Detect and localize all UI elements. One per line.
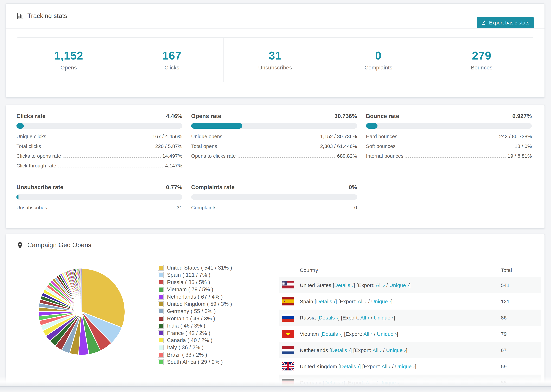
- legend-label: India ( 46 / 3% ): [167, 323, 205, 329]
- export-unique-link[interactable]: Unique ›: [371, 299, 391, 304]
- rate-row-value: 14.497%: [162, 153, 182, 159]
- stat-value: 167: [162, 49, 182, 62]
- legend-item: India ( 46 / 3% ): [158, 323, 232, 329]
- export-prefix-text: ] [Export:: [335, 299, 358, 304]
- slash-text: /: [385, 282, 389, 288]
- country-name-text: United States [: [300, 282, 334, 288]
- bracket-close-text: ]: [397, 331, 398, 337]
- viewport-fold-band: [0, 386, 551, 392]
- export-all-link[interactable]: All ›: [363, 331, 373, 337]
- slash-text: /: [381, 347, 386, 353]
- export-unique-link[interactable]: Unique ›: [377, 331, 397, 337]
- rate-row-value: 0: [354, 205, 357, 210]
- export-basic-stats-button[interactable]: Export basic stats: [477, 17, 534, 28]
- rate-title: Bounce rate: [366, 113, 399, 119]
- legend-label: Romania ( 49 / 3% ): [167, 315, 215, 322]
- legend-swatch: [158, 280, 164, 285]
- legend-swatch: [158, 338, 164, 343]
- es-flag-icon: [282, 297, 294, 305]
- progress-bar-fill: [16, 123, 24, 129]
- tracking-stats-card: Tracking stats Export basic stats 1,152O…: [6, 3, 545, 98]
- stat-label: Bounces: [471, 64, 493, 71]
- export-prefix-text: ] [Export:: [353, 282, 376, 288]
- column-header-total: Total: [501, 267, 541, 273]
- column-header-country: Country: [300, 267, 501, 273]
- legend-label: Russia ( 86 / 5% ): [167, 279, 210, 286]
- export-unique-link[interactable]: Unique ›: [395, 364, 415, 369]
- rate-row-label: Opens to clicks rate: [191, 153, 236, 159]
- stat-box-opens: 1,152Opens: [17, 38, 120, 82]
- dotted-leader: [398, 147, 513, 148]
- country-cell: Spain [Details ›] [Export: All › / Uniqu…: [300, 299, 501, 304]
- dotted-leader: [219, 147, 318, 148]
- slash-text: /: [373, 331, 377, 337]
- total-cell: 67: [501, 347, 541, 353]
- country-cell: Russia [Details ›] [Export: All › / Uniq…: [300, 315, 501, 321]
- export-unique-link[interactable]: Unique ›: [389, 282, 409, 288]
- legend-label: Italy ( 36 / 2% ): [167, 344, 204, 351]
- total-cell: 59: [501, 364, 541, 369]
- legend-item: Netherlands ( 67 / 4% ): [158, 294, 232, 300]
- rate-row-value: 2,303 / 61.446%: [320, 143, 357, 149]
- details-link[interactable]: Details ›: [340, 364, 359, 369]
- dotted-leader: [225, 138, 318, 138]
- dotted-leader: [219, 209, 353, 209]
- details-link[interactable]: Details ›: [334, 282, 353, 288]
- legend-swatch: [158, 323, 164, 329]
- rate-value: 4.46%: [166, 113, 182, 119]
- export-all-link[interactable]: All ›: [360, 315, 369, 321]
- rate-row-label: Clicks to opens rate: [16, 153, 61, 159]
- country-name-text: United Kingdom [: [300, 364, 340, 369]
- export-unique-link[interactable]: Unique ›: [386, 347, 406, 353]
- legend-label: South Africa ( 29 / 2% ): [167, 359, 223, 365]
- total-cell: 121: [501, 299, 541, 304]
- slash-text: /: [391, 364, 395, 369]
- rate-stat-row: Total opens2,303 / 61.446%: [191, 143, 357, 153]
- campaign-geo-opens-card: Campaign Geo Opens United States ( 541 /…: [6, 234, 545, 392]
- export-prefix-text: ] [Export:: [350, 347, 373, 353]
- details-link[interactable]: Details ›: [322, 331, 341, 337]
- rate-stat-row: Clicks to opens rate14.497%: [16, 153, 182, 163]
- rate-title: Complaints rate: [191, 184, 235, 190]
- details-link[interactable]: Details ›: [319, 315, 338, 321]
- rates-grid: Clicks rate4.46%Unique clicks167 / 4.456…: [6, 105, 544, 215]
- export-all-link[interactable]: All ›: [381, 364, 391, 369]
- details-link[interactable]: Details ›: [316, 299, 336, 304]
- legend-swatch: [158, 359, 164, 365]
- rate-row-value: 18 / 0%: [515, 143, 532, 149]
- rate-value: 30.736%: [334, 113, 357, 119]
- rate-title: Clicks rate: [16, 113, 46, 119]
- rate-row-label: Complaints: [191, 205, 216, 210]
- progress-bar-fill: [366, 123, 377, 129]
- page-title: Tracking stats: [27, 12, 67, 20]
- geo-card-title: Campaign Geo Opens: [27, 241, 91, 249]
- details-link[interactable]: Details ›: [331, 347, 350, 353]
- legend-item: South Africa ( 29 / 2% ): [158, 359, 232, 365]
- dotted-leader: [43, 147, 154, 148]
- rate-row-label: Click through rate: [16, 163, 56, 169]
- export-button-label: Export basic stats: [489, 20, 530, 26]
- stat-box-clicks: 167Clicks: [120, 38, 224, 82]
- rate-row-value: 31: [177, 205, 182, 210]
- legend-item: Brazil ( 33 / 2% ): [158, 352, 232, 358]
- export-all-link[interactable]: All ›: [376, 282, 385, 288]
- legend-item: Germany ( 55 / 3% ): [158, 308, 232, 314]
- bracket-close-text: ]: [409, 282, 411, 288]
- bracket-close-text: ]: [406, 347, 407, 353]
- summary-stats-row: 1,152Opens167Clicks31Unsubscribes0Compla…: [17, 37, 533, 82]
- stat-box-bounces: 279Bounces: [430, 38, 533, 82]
- country-name-text: Netherlands [: [300, 347, 331, 353]
- legend-item: Vietnam ( 79 / 5% ): [158, 287, 232, 293]
- export-all-link[interactable]: All ›: [358, 299, 367, 304]
- rate-row-label: Total clicks: [16, 143, 41, 149]
- export-all-link[interactable]: All ›: [373, 347, 381, 353]
- progress-bar: [366, 123, 532, 129]
- country-cell: Vietnam [Details ›] [Export: All › / Uni…: [300, 331, 501, 337]
- dotted-leader: [238, 157, 335, 158]
- legend-swatch: [158, 301, 164, 307]
- rate-section-complaints-rate: Complaints rate0%Complaints0: [191, 184, 357, 215]
- rate-value: 0.77%: [166, 184, 182, 190]
- export-unique-link[interactable]: Unique ›: [374, 315, 394, 321]
- geo-table-body: United States [Details ›] [Export: All ›…: [279, 277, 541, 391]
- progress-bar: [16, 194, 182, 200]
